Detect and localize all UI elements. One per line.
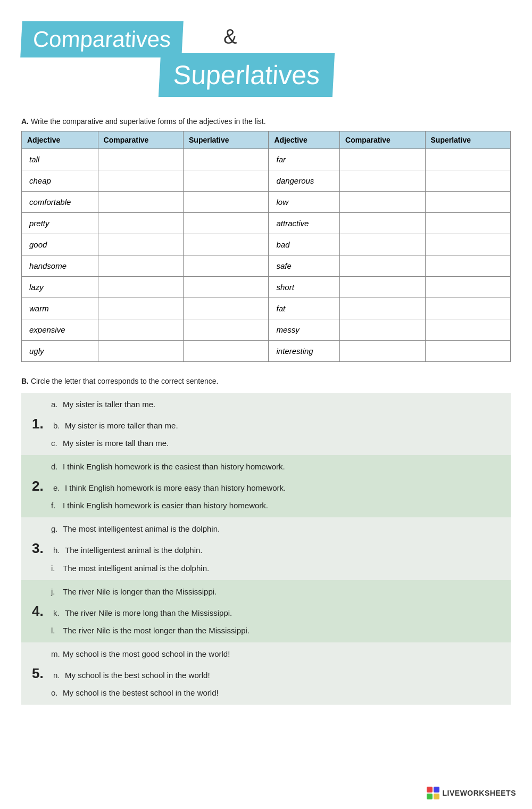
right-superlative-input[interactable] bbox=[425, 341, 511, 362]
table-row: pretty attractive bbox=[22, 213, 511, 234]
right-comparative-input[interactable] bbox=[340, 277, 425, 298]
right-comparative-input[interactable] bbox=[340, 213, 425, 234]
sub-text: My school is the bestest school in the w… bbox=[63, 687, 219, 699]
left-comparative-input[interactable] bbox=[98, 319, 183, 341]
table-row: lazy short bbox=[22, 277, 511, 298]
left-comparative-input[interactable] bbox=[98, 149, 183, 170]
left-comparative-input[interactable] bbox=[98, 277, 183, 298]
left-adjective: handsome bbox=[22, 255, 98, 277]
question-row: o. My school is the bestest school in th… bbox=[21, 684, 511, 701]
left-comparative-input[interactable] bbox=[98, 298, 183, 319]
left-superlative-input[interactable] bbox=[184, 149, 269, 170]
left-comparative-input[interactable] bbox=[98, 213, 183, 234]
ampersand-symbol: & bbox=[223, 26, 237, 48]
right-superlative-input[interactable] bbox=[425, 298, 511, 319]
left-adjective: cheap bbox=[22, 170, 98, 192]
sub-letter: i. bbox=[51, 564, 63, 573]
question-letter: b. bbox=[53, 421, 65, 430]
exercise-block: a. My sister is taller than me. 1. b. My… bbox=[21, 393, 511, 705]
question-text: I think English homework is more easy th… bbox=[65, 482, 286, 494]
right-adjective: bad bbox=[269, 234, 340, 255]
sub-text: The most intelligentest animal is the do… bbox=[63, 523, 220, 535]
left-superlative-input[interactable] bbox=[184, 298, 269, 319]
question-number: 2. bbox=[32, 478, 51, 494]
left-superlative-input[interactable] bbox=[184, 319, 269, 341]
question-group: g. The most intelligentest animal is the… bbox=[21, 517, 511, 580]
adjectives-table: Adjective Comparative Superlative Adject… bbox=[21, 131, 511, 362]
section-b-label: B. Circle the letter that corresponds to… bbox=[21, 377, 511, 385]
comparatives-title: Comparatives bbox=[20, 21, 184, 57]
table-row: handsome safe bbox=[22, 255, 511, 277]
right-superlative-input[interactable] bbox=[425, 277, 511, 298]
table-row: warm fat bbox=[22, 298, 511, 319]
right-superlative-input[interactable] bbox=[425, 170, 511, 192]
right-superlative-input[interactable] bbox=[425, 234, 511, 255]
right-comparative-input[interactable] bbox=[340, 192, 425, 213]
sub-text: My sister is taller than me. bbox=[63, 398, 155, 411]
left-comparative-input[interactable] bbox=[98, 234, 183, 255]
sub-letter: a. bbox=[51, 400, 63, 409]
right-comparative-input[interactable] bbox=[340, 298, 425, 319]
question-number: 4. bbox=[32, 603, 51, 620]
question-row: j. The river Nile is longer than the Mis… bbox=[21, 583, 511, 600]
right-superlative-input[interactable] bbox=[425, 192, 511, 213]
sub-text: The river Nile is the most longer than t… bbox=[63, 624, 250, 637]
right-comparative-input[interactable] bbox=[340, 170, 425, 192]
table-row: ugly interesting bbox=[22, 341, 511, 362]
question-row: g. The most intelligentest animal is the… bbox=[21, 521, 511, 538]
col-header-comparative-2: Comparative bbox=[340, 131, 425, 149]
question-group: m. My school is the most good school in … bbox=[21, 642, 511, 705]
question-row: 2. e. I think English homework is more e… bbox=[21, 475, 511, 497]
left-comparative-input[interactable] bbox=[98, 192, 183, 213]
right-comparative-input[interactable] bbox=[340, 319, 425, 341]
left-adjective: good bbox=[22, 234, 98, 255]
col-header-adjective-2: Adjective bbox=[269, 131, 340, 149]
left-comparative-input[interactable] bbox=[98, 255, 183, 277]
left-superlative-input[interactable] bbox=[184, 213, 269, 234]
sub-letter: j. bbox=[51, 587, 63, 596]
right-adjective: interesting bbox=[269, 341, 340, 362]
left-superlative-input[interactable] bbox=[184, 170, 269, 192]
question-row: 1. b. My sister is more taller than me. bbox=[21, 413, 511, 435]
right-adjective: safe bbox=[269, 255, 340, 277]
right-comparative-input[interactable] bbox=[340, 149, 425, 170]
left-comparative-input[interactable] bbox=[98, 341, 183, 362]
right-adjective: dangerous bbox=[269, 170, 340, 192]
question-row: c. My sister is more tall than me. bbox=[21, 435, 511, 452]
right-superlative-input[interactable] bbox=[425, 149, 511, 170]
left-superlative-input[interactable] bbox=[184, 277, 269, 298]
sub-letter: d. bbox=[51, 462, 63, 471]
right-adjective: attractive bbox=[269, 213, 340, 234]
sub-text: My school is the most good school in the… bbox=[63, 648, 230, 661]
sub-text: I think English homework is easier than … bbox=[63, 499, 268, 512]
left-superlative-input[interactable] bbox=[184, 192, 269, 213]
section-a-label: A. Write the comparative and superlative… bbox=[21, 117, 511, 126]
sub-letter: c. bbox=[51, 439, 63, 448]
question-letter: h. bbox=[53, 546, 65, 555]
question-group: j. The river Nile is longer than the Mis… bbox=[21, 580, 511, 642]
question-number: 5. bbox=[32, 665, 51, 682]
section-b: B. Circle the letter that corresponds to… bbox=[21, 377, 511, 705]
col-header-adjective-1: Adjective bbox=[22, 131, 98, 149]
right-comparative-input[interactable] bbox=[340, 234, 425, 255]
question-row: 3. h. The intelligentest animal is the d… bbox=[21, 538, 511, 559]
question-group: d. I think English homework is the easie… bbox=[21, 455, 511, 517]
left-superlative-input[interactable] bbox=[184, 234, 269, 255]
sub-text: The most intelligent animal is the dolph… bbox=[63, 562, 209, 575]
left-superlative-input[interactable] bbox=[184, 255, 269, 277]
question-letter: n. bbox=[53, 671, 65, 680]
left-superlative-input[interactable] bbox=[184, 341, 269, 362]
question-row: i. The most intelligent animal is the do… bbox=[21, 560, 511, 577]
sq-red bbox=[427, 787, 433, 793]
col-header-superlative-2: Superlative bbox=[425, 131, 511, 149]
right-comparative-input[interactable] bbox=[340, 341, 425, 362]
right-comparative-input[interactable] bbox=[340, 255, 425, 277]
table-row: tall far bbox=[22, 149, 511, 170]
left-adjective: tall bbox=[22, 149, 98, 170]
sub-text: My sister is more tall than me. bbox=[63, 437, 169, 450]
col-header-comparative-1: Comparative bbox=[98, 131, 183, 149]
right-superlative-input[interactable] bbox=[425, 255, 511, 277]
left-comparative-input[interactable] bbox=[98, 170, 183, 192]
right-superlative-input[interactable] bbox=[425, 213, 511, 234]
right-superlative-input[interactable] bbox=[425, 319, 511, 341]
